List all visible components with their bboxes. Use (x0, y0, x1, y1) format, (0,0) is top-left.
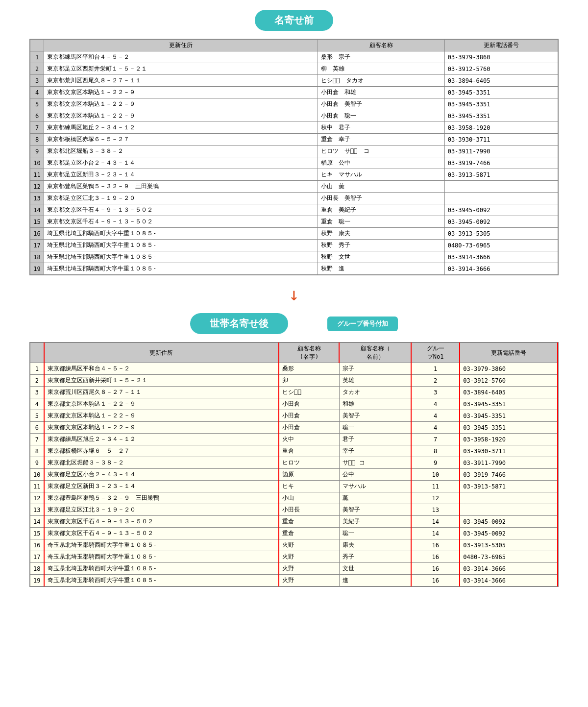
table-cell: ヒキ マサハル (318, 169, 445, 181)
table-cell: 03-3945-3351 (444, 98, 558, 110)
table-cell: 03-3945-0092 (444, 204, 558, 216)
table-cell: 16 (411, 575, 460, 586)
table-cell: 2 (411, 375, 460, 387)
table-cell (444, 193, 558, 204)
table-cell: 03-3912-5760 (444, 63, 558, 75)
table-cell: 14 (411, 516, 460, 528)
after-table-row: 17奇玉県北埼玉郡騎西町大字牛重１０８５-火野秀子160480-73-6965 (30, 551, 558, 563)
table-cell: 03-3912-5760 (460, 375, 558, 387)
table-cell: 埼玉県北埼玉郡騎西町大字牛重１０８５- (44, 228, 318, 240)
table-cell: 東京都文京区千石４－９－１３－５０２ (44, 528, 279, 539)
table-cell: 小田倉 (279, 410, 339, 422)
row-num-cell: 14 (30, 204, 44, 216)
table-cell: 東京都文京区本駒込１－２２－９ (44, 398, 279, 410)
table-cell: 8 (411, 445, 460, 457)
before-table-row: 11東京都足立区新田３－２３－１４ヒキ マサハル03-3913-5871 (30, 169, 558, 181)
table-cell: 11 (30, 481, 44, 492)
table-cell: 英雄 (339, 375, 411, 387)
table-cell: 0480-73-6965 (460, 551, 558, 563)
table-cell: 楢原 公中 (318, 157, 445, 169)
table-cell: 11 (411, 481, 460, 492)
before-table-row: 12東京都豊島区巣鴨５－３２－９ 三田巣鴨小山 薫 (30, 181, 558, 193)
row-num-cell: 10 (30, 157, 44, 169)
after-table-row: 12東京都豊島区巣鴨５－３２－９ 三田巣鴨小山薫12 (30, 492, 558, 504)
row-num-cell: 2 (30, 63, 44, 75)
before-table-row: 9東京都北区堀船３－３８－２ヒロツ サダﾞ コ03-3911-7990 (30, 146, 558, 157)
after-th-firstname: 顧客名称（名前） (339, 343, 411, 363)
table-cell: 東京都練馬区旭丘２－３４－１２ (44, 122, 318, 134)
row-num-cell: 17 (30, 240, 44, 251)
before-table: 更新住所 顧客名称 更新電話番号 1東京都練馬区平和台４－５－２桑形 宗子03-… (30, 39, 558, 275)
after-table-row: 2東京都足立区西新井栄町１－５－２１卯英雄203-3912-5760 (30, 375, 558, 387)
table-cell: 東京都文京区本駒込１－２２－９ (44, 410, 279, 422)
table-cell: 美智子 (339, 504, 411, 516)
table-cell: 東京都文京区千石４－９－１３－５０２ (44, 204, 318, 216)
table-cell: 東京都文京区本駒込１－２２－９ (44, 422, 279, 434)
table-cell: 10 (30, 469, 44, 481)
table-cell: 進 (339, 575, 411, 586)
before-table-row: 6東京都文京区本駒込１－２２－９小田倉 聡一03-3945-3351 (30, 110, 558, 122)
table-cell: 東京都練馬区平和台４－５－２ (44, 51, 318, 63)
table-cell: 東京都文京区千石４－９－１３－５０２ (44, 516, 279, 528)
before-table-row: 18埼玉県北埼玉郡騎西町大字牛重１０８５-秋野 文世03-3914-3666 (30, 251, 558, 263)
row-num-cell: 5 (30, 98, 44, 110)
table-cell: 小田倉 (279, 398, 339, 410)
table-cell: 03-3919-7466 (460, 469, 558, 481)
row-num-cell: 15 (30, 216, 44, 228)
table-cell: 16 (411, 551, 460, 563)
before-table-row: 15東京都文京区千石４－９－１３－５０２重倉 聡一03-3945-0092 (30, 216, 558, 228)
table-cell: 卯 (279, 375, 339, 387)
table-cell: 小田倉 聡一 (318, 110, 445, 122)
before-table-row: 1東京都練馬区平和台４－５－２桑形 宗子03-3979-3860 (30, 51, 558, 63)
before-title-wrapper: 名寄せ前 (29, 10, 559, 31)
table-cell: 16 (411, 563, 460, 575)
table-cell: 美智子 (339, 410, 411, 422)
table-cell: 0480-73-6965 (444, 240, 558, 251)
table-cell: 秋野 康夫 (318, 228, 445, 240)
after-table-row: 16奇玉県北埼玉郡騎西町大字牛重１０８５-火野康夫1603-3913-5305 (30, 539, 558, 551)
th-phone: 更新電話番号 (444, 40, 558, 51)
table-cell: 東京都足立区新田３－２３－１４ (44, 481, 279, 492)
before-table-row: 14東京都文京区千石４－９－１３－５０２重倉 美紀子03-3945-0092 (30, 204, 558, 216)
table-cell: 重倉 (279, 445, 339, 457)
before-table-row: 8東京都板橋区赤塚６－５－２７重倉 幸子03-3930-3711 (30, 134, 558, 146)
table-cell: 15 (30, 528, 44, 539)
table-cell: 小山 薫 (318, 181, 445, 193)
before-title: 名寄せ前 (255, 10, 333, 31)
table-cell: 4 (411, 422, 460, 434)
before-table-row: 5東京都文京区本駒込１－２２－９小田倉 美智子03-3945-3351 (30, 98, 558, 110)
table-cell: 4 (30, 398, 44, 410)
row-num-cell: 4 (30, 87, 44, 98)
table-cell: 火野 (279, 539, 339, 551)
table-cell: 東京都板橋区赤塚６－５－２７ (44, 445, 279, 457)
before-table-row: 2東京都足立区西新井栄町１－５－２１柳 英雄03-3912-5760 (30, 63, 558, 75)
table-cell: 小田倉 和雄 (318, 87, 445, 98)
row-num-cell: 18 (30, 251, 44, 263)
after-table-body: 1東京都練馬区平和台４－５－２桑形宗子103-3979-38602東京都足立区西… (30, 363, 558, 586)
table-cell: 03-3930-3711 (460, 445, 558, 457)
table-cell: 03-3945-3351 (444, 110, 558, 122)
table-cell: 4 (411, 410, 460, 422)
after-table-row: 11東京都足立区新田３－２３－１４ヒキマサハル1103-3913-5871 (30, 481, 558, 492)
after-table-row: 14東京都文京区千石４－９－１３－５０２重倉美紀子1403-3945-0092 (30, 516, 558, 528)
table-cell: 6 (30, 422, 44, 434)
table-cell: 小山 (279, 492, 339, 504)
table-cell: 火野 (279, 575, 339, 586)
table-cell: 14 (30, 516, 44, 528)
table-cell: 東京都足立区西新井栄町１－５－２１ (44, 375, 279, 387)
table-cell: 東京都北区堀船３－３８－２ (44, 457, 279, 469)
table-cell: 9 (30, 457, 44, 469)
table-cell: 東京都豊島区巣鴨５－３２－９ 三田巣鴨 (44, 181, 318, 193)
table-cell: 埼玉県北埼玉郡騎西町大字牛重１０８５- (44, 240, 318, 251)
after-table-row: 9東京都北区堀船３－３８－２ヒロツサダﾞ コ903-3911-7990 (30, 457, 558, 469)
table-cell: 3 (411, 387, 460, 398)
before-table-row: 4東京都文京区本駒込１－２２－９小田倉 和雄03-3945-3351 (30, 87, 558, 98)
table-cell: 東京都練馬区平和台４－５－２ (44, 363, 279, 375)
after-table-row: 10東京都足立区小台２－４３－１４箇原公中1003-3919-7466 (30, 469, 558, 481)
table-cell: 7 (30, 434, 44, 445)
table-cell: 1 (30, 363, 44, 375)
row-num-cell: 3 (30, 75, 44, 87)
table-cell: 秋野 秀子 (318, 240, 445, 251)
th-rownum (30, 40, 44, 51)
before-table-row: 19埼玉県北埼玉郡騎西町大字牛重１０８５-秋野 進03-3914-3666 (30, 263, 558, 275)
